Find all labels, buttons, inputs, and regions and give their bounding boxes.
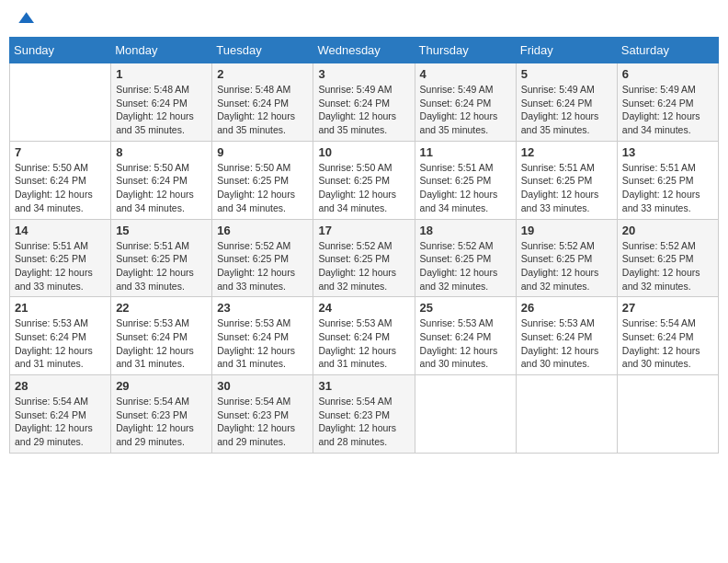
sunrise-text: Sunrise: 5:50 AM (15, 161, 106, 175)
day-info: Sunrise: 5:53 AMSunset: 6:24 PMDaylight:… (217, 316, 308, 371)
daylight-text: Daylight: 12 hours and 32 minutes. (420, 266, 511, 293)
day-number: 26 (521, 301, 612, 315)
daylight-text: Daylight: 12 hours and 32 minutes. (521, 266, 612, 293)
sunrise-text: Sunrise: 5:51 AM (15, 239, 106, 253)
day-number: 30 (217, 379, 308, 393)
day-number: 20 (622, 224, 713, 237)
day-info: Sunrise: 5:50 AMSunset: 6:25 PMDaylight:… (217, 161, 308, 215)
calendar-cell (10, 63, 111, 142)
day-number: 27 (622, 301, 713, 315)
sunrise-text: Sunrise: 5:50 AM (116, 161, 207, 175)
day-number: 6 (622, 67, 713, 81)
day-info: Sunrise: 5:54 AMSunset: 6:23 PMDaylight:… (116, 395, 207, 449)
day-number: 10 (318, 145, 409, 159)
day-info: Sunrise: 5:51 AMSunset: 6:25 PMDaylight:… (116, 239, 207, 293)
day-number: 14 (15, 224, 106, 237)
daylight-text: Daylight: 12 hours and 33 minutes. (116, 266, 207, 293)
daylight-text: Daylight: 12 hours and 33 minutes. (521, 188, 612, 214)
day-info: Sunrise: 5:50 AMSunset: 6:24 PMDaylight:… (116, 161, 207, 215)
sunset-text: Sunset: 6:24 PM (420, 97, 511, 110)
calendar-cell: 7Sunrise: 5:50 AMSunset: 6:24 PMDaylight… (10, 141, 111, 219)
calendar-cell: 5Sunrise: 5:49 AMSunset: 6:24 PMDaylight… (516, 63, 617, 142)
day-number: 8 (116, 145, 207, 159)
page-header (9, 9, 719, 28)
sunset-text: Sunset: 6:24 PM (15, 408, 106, 422)
day-number: 1 (116, 67, 207, 81)
sunrise-text: Sunrise: 5:53 AM (217, 316, 308, 330)
day-info: Sunrise: 5:52 AMSunset: 6:25 PMDaylight:… (318, 239, 409, 293)
sunset-text: Sunset: 6:23 PM (116, 408, 207, 422)
sunrise-text: Sunrise: 5:54 AM (622, 316, 713, 330)
sunset-text: Sunset: 6:24 PM (217, 97, 308, 110)
daylight-text: Daylight: 12 hours and 31 minutes. (318, 344, 409, 371)
calendar-cell: 8Sunrise: 5:50 AMSunset: 6:24 PMDaylight… (111, 141, 212, 219)
sunrise-text: Sunrise: 5:53 AM (15, 316, 106, 330)
day-info: Sunrise: 5:48 AMSunset: 6:24 PMDaylight:… (116, 83, 207, 137)
day-number: 11 (420, 145, 511, 159)
day-number: 19 (521, 224, 612, 237)
daylight-text: Daylight: 12 hours and 30 minutes. (521, 344, 612, 371)
daylight-text: Daylight: 12 hours and 35 minutes. (116, 109, 207, 136)
day-info: Sunrise: 5:50 AMSunset: 6:25 PMDaylight:… (318, 161, 409, 215)
sunset-text: Sunset: 6:25 PM (521, 174, 612, 188)
weekday-header-tuesday: Tuesday (212, 38, 313, 63)
day-info: Sunrise: 5:49 AMSunset: 6:24 PMDaylight:… (622, 83, 713, 137)
day-info: Sunrise: 5:53 AMSunset: 6:24 PMDaylight:… (15, 316, 106, 371)
daylight-text: Daylight: 12 hours and 33 minutes. (217, 266, 308, 293)
calendar-cell: 19Sunrise: 5:52 AMSunset: 6:25 PMDayligh… (516, 219, 617, 297)
day-number: 2 (217, 67, 308, 81)
day-info: Sunrise: 5:49 AMSunset: 6:24 PMDaylight:… (318, 83, 409, 137)
sunrise-text: Sunrise: 5:51 AM (420, 161, 511, 175)
daylight-text: Daylight: 12 hours and 34 minutes. (318, 188, 409, 214)
daylight-text: Daylight: 12 hours and 30 minutes. (622, 344, 713, 371)
day-number: 12 (521, 145, 612, 159)
day-number: 17 (318, 224, 409, 237)
weekday-header-monday: Monday (111, 38, 212, 63)
day-info: Sunrise: 5:51 AMSunset: 6:25 PMDaylight:… (521, 161, 612, 215)
calendar-cell: 21Sunrise: 5:53 AMSunset: 6:24 PMDayligh… (10, 297, 111, 375)
calendar-week-row: 7Sunrise: 5:50 AMSunset: 6:24 PMDaylight… (10, 141, 719, 219)
weekday-header-thursday: Thursday (415, 38, 516, 63)
calendar-cell (415, 375, 516, 454)
day-number: 31 (318, 379, 409, 393)
sunset-text: Sunset: 6:25 PM (420, 252, 511, 266)
day-info: Sunrise: 5:52 AMSunset: 6:25 PMDaylight:… (521, 239, 612, 293)
sunrise-text: Sunrise: 5:54 AM (116, 395, 207, 408)
daylight-text: Daylight: 12 hours and 29 minutes. (15, 421, 106, 448)
day-number: 24 (318, 301, 409, 315)
daylight-text: Daylight: 12 hours and 34 minutes. (420, 188, 511, 214)
day-info: Sunrise: 5:50 AMSunset: 6:24 PMDaylight:… (15, 161, 106, 215)
sunset-text: Sunset: 6:24 PM (15, 174, 106, 188)
calendar-cell: 26Sunrise: 5:53 AMSunset: 6:24 PMDayligh… (516, 297, 617, 375)
calendar-cell: 11Sunrise: 5:51 AMSunset: 6:25 PMDayligh… (415, 141, 516, 219)
sunset-text: Sunset: 6:25 PM (116, 252, 207, 266)
calendar-cell: 6Sunrise: 5:49 AMSunset: 6:24 PMDaylight… (617, 63, 718, 142)
calendar-cell: 13Sunrise: 5:51 AMSunset: 6:25 PMDayligh… (617, 141, 718, 219)
daylight-text: Daylight: 12 hours and 29 minutes. (217, 421, 308, 448)
sunset-text: Sunset: 6:25 PM (318, 252, 409, 266)
sunset-text: Sunset: 6:25 PM (420, 174, 511, 188)
daylight-text: Daylight: 12 hours and 34 minutes. (15, 188, 106, 214)
calendar-cell (617, 375, 718, 454)
sunset-text: Sunset: 6:24 PM (622, 330, 713, 344)
day-number: 23 (217, 301, 308, 315)
calendar-week-row: 14Sunrise: 5:51 AMSunset: 6:25 PMDayligh… (10, 219, 719, 297)
day-info: Sunrise: 5:48 AMSunset: 6:24 PMDaylight:… (217, 83, 308, 137)
day-number: 5 (521, 67, 612, 81)
weekday-header-wednesday: Wednesday (313, 38, 415, 63)
sunset-text: Sunset: 6:25 PM (622, 252, 713, 266)
day-number: 4 (420, 67, 511, 81)
weekday-header-sunday: Sunday (10, 38, 111, 63)
calendar-cell (516, 375, 617, 454)
daylight-text: Daylight: 12 hours and 30 minutes. (420, 344, 511, 371)
calendar-cell: 2Sunrise: 5:48 AMSunset: 6:24 PMDaylight… (212, 63, 313, 142)
calendar-week-row: 28Sunrise: 5:54 AMSunset: 6:24 PMDayligh… (10, 375, 719, 454)
sunset-text: Sunset: 6:24 PM (521, 97, 612, 110)
daylight-text: Daylight: 12 hours and 33 minutes. (15, 266, 106, 293)
sunset-text: Sunset: 6:24 PM (318, 97, 409, 110)
svg-marker-0 (18, 12, 34, 23)
calendar-cell: 23Sunrise: 5:53 AMSunset: 6:24 PMDayligh… (212, 297, 313, 375)
day-info: Sunrise: 5:51 AMSunset: 6:25 PMDaylight:… (420, 161, 511, 215)
calendar-cell: 18Sunrise: 5:52 AMSunset: 6:25 PMDayligh… (415, 219, 516, 297)
sunrise-text: Sunrise: 5:53 AM (420, 316, 511, 330)
